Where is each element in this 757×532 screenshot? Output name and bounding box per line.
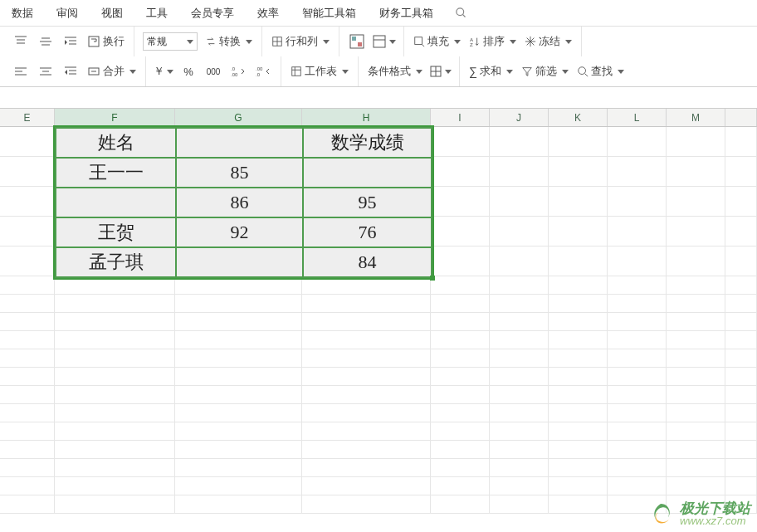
svg-rect-39 [292, 67, 301, 76]
header-blank[interactable] [176, 128, 303, 158]
table-header-row: 姓名 数学成绩 [56, 128, 432, 158]
table-row: 86 95 [56, 188, 432, 217]
indent-increase-icon [64, 35, 77, 48]
menu-data[interactable]: 数据 [0, 0, 45, 27]
conditional-format-button[interactable] [347, 32, 367, 51]
selection-handle[interactable] [430, 276, 435, 281]
row-col-button[interactable]: 行和列 [270, 32, 331, 51]
indent-increase-button[interactable] [61, 32, 81, 51]
svg-rect-17 [352, 37, 356, 41]
cell[interactable] [56, 188, 176, 217]
selected-range[interactable]: 姓名 数学成绩 王一一 85 86 95 王贺 92 76 孟子琪 [55, 127, 432, 278]
col-header-L[interactable]: L [608, 109, 667, 126]
find-button[interactable]: 查找 [575, 61, 626, 81]
worksheet-button[interactable]: 工作表 [289, 61, 350, 81]
cell[interactable]: 84 [303, 247, 432, 277]
increase-decimal-button[interactable]: .00.0 [253, 61, 273, 81]
chevron-down-icon [389, 40, 396, 44]
menu-tools[interactable]: 工具 [134, 0, 179, 27]
find-icon [577, 66, 589, 77]
wrap-text-button[interactable]: 换行 [85, 32, 126, 51]
cell-style-button[interactable] [429, 61, 452, 81]
menu-review[interactable]: 审阅 [45, 0, 90, 27]
align-middle-button[interactable] [36, 32, 56, 51]
table-row: 孟子琪 84 [56, 247, 432, 277]
cell[interactable]: 76 [303, 217, 432, 247]
cell[interactable]: 王贺 [56, 217, 176, 247]
cell[interactable]: 85 [176, 158, 303, 188]
fill-button[interactable]: 填充 [412, 32, 462, 51]
align-left-button[interactable] [11, 61, 31, 81]
table-row: 王一一 85 [56, 158, 432, 188]
align-left-icon [14, 65, 27, 78]
chevron-down-icon [323, 40, 330, 44]
menu-finance-toolbox[interactable]: 财务工具箱 [368, 0, 445, 27]
menu-members[interactable]: 会员专享 [179, 0, 246, 27]
col-header-H[interactable]: H [302, 109, 431, 126]
svg-marker-11 [65, 40, 67, 45]
sort-icon: AZ [469, 36, 481, 47]
number-format-select[interactable]: 常规 [143, 32, 198, 51]
table-style-button[interactable] [372, 32, 396, 51]
data-table: 姓名 数学成绩 王一一 85 86 95 王贺 92 76 孟子琪 [55, 127, 432, 278]
col-header-J[interactable]: J [490, 109, 549, 126]
cells-group-1: 行和列 [262, 27, 339, 56]
col-header-M[interactable]: M [667, 109, 725, 126]
toolbar-row-1: 换行 常规 转换 行和列 [0, 27, 757, 56]
col-header-extra[interactable] [725, 109, 757, 126]
watermark-line2: www.xz7.com [680, 515, 750, 527]
menu-search-button[interactable] [445, 7, 477, 19]
svg-text:.0: .0 [256, 72, 261, 77]
spreadsheet-grid[interactable]: 姓名 数学成绩 王一一 85 86 95 王贺 92 76 孟子琪 [0, 127, 757, 532]
svg-rect-18 [358, 42, 362, 46]
menu-smart-toolbox[interactable]: 智能工具箱 [291, 0, 368, 27]
col-header-K[interactable]: K [549, 109, 608, 126]
fill-label: 填充 [427, 34, 449, 49]
col-header-I[interactable]: I [431, 109, 490, 126]
filter-button[interactable]: 筛选 [520, 61, 570, 81]
col-header-F[interactable]: F [55, 109, 175, 126]
percent-button[interactable]: % [178, 61, 198, 81]
table-style-icon [372, 34, 387, 49]
worksheet-icon [291, 66, 302, 77]
merge-cells-button[interactable]: 合并 [85, 61, 138, 81]
decrease-decimal-button[interactable]: .0.00 [228, 61, 248, 81]
header-name[interactable]: 姓名 [56, 128, 176, 158]
freeze-button[interactable]: 冻结 [523, 32, 574, 51]
conditional-format-label-button[interactable]: 条件格式 [366, 61, 424, 81]
col-header-E[interactable]: E [0, 109, 55, 126]
indent-decrease-button[interactable] [61, 61, 81, 81]
cell[interactable]: 孟子琪 [56, 247, 176, 277]
cell[interactable]: 86 [176, 188, 303, 217]
formula-bar[interactable] [0, 87, 757, 109]
currency-button[interactable]: ￥ [154, 61, 173, 81]
align-center-button[interactable] [36, 61, 56, 81]
cell[interactable]: 王一一 [56, 158, 176, 188]
currency-label: ￥ [154, 64, 164, 79]
align-middle-icon [39, 35, 52, 48]
svg-line-46 [585, 74, 589, 77]
inc-decimal-icon: .00.0 [256, 66, 271, 77]
convert-button[interactable]: 转换 [203, 32, 254, 51]
svg-text:Z: Z [470, 41, 473, 47]
col-header-G[interactable]: G [175, 109, 302, 126]
row-col-label: 行和列 [286, 34, 318, 49]
svg-rect-19 [374, 36, 385, 47]
cell[interactable]: 95 [303, 188, 432, 217]
cell[interactable]: 92 [176, 217, 303, 247]
menu-efficiency[interactable]: 效率 [246, 0, 291, 27]
thousands-button[interactable]: 000 [203, 61, 223, 81]
menu-view[interactable]: 视图 [90, 0, 134, 27]
header-math-score[interactable]: 数学成绩 [303, 128, 432, 158]
freeze-icon [525, 36, 536, 47]
filter-label: 筛选 [535, 64, 557, 79]
chevron-down-icon [506, 70, 513, 74]
column-headers: E F G H I J K L M [0, 109, 757, 127]
cell[interactable] [176, 247, 303, 277]
align-top-button[interactable] [11, 32, 31, 51]
svg-line-1 [462, 14, 465, 17]
chevron-down-icon [454, 40, 461, 44]
cell[interactable] [303, 158, 432, 188]
sort-button[interactable]: AZ 排序 [467, 32, 518, 51]
sum-button[interactable]: ∑ 求和 [467, 61, 515, 81]
